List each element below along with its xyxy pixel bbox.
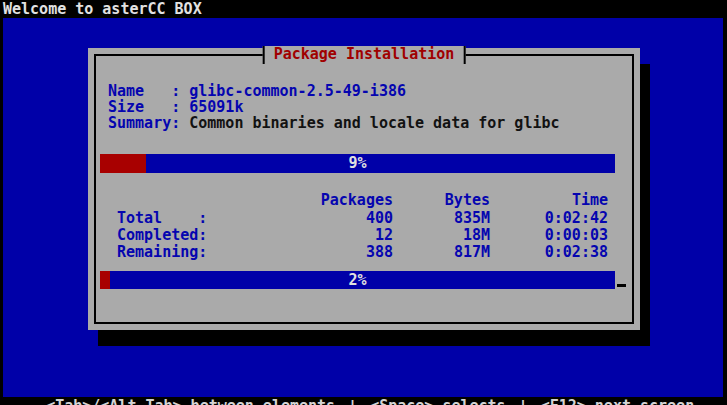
summary-label: Summary: bbox=[108, 115, 180, 131]
stats-total-bytes: 835M bbox=[393, 210, 490, 226]
package-summary-row: Summary: Common binaries and locale data… bbox=[108, 115, 560, 131]
stats-header-time: Time bbox=[490, 192, 608, 208]
package-size-row: Size : 65091k bbox=[108, 99, 243, 115]
stats-table: Packages Bytes Time Total : 400 835M 0:0… bbox=[117, 192, 608, 260]
package-name-row: Name : glibc-common-2.5-49-i386 bbox=[108, 83, 406, 99]
stats-completed-time: 0:00:03 bbox=[490, 227, 608, 243]
name-label: Name : bbox=[108, 83, 180, 99]
console-screen: Welcome to asterCC BOX Package Installat… bbox=[0, 0, 727, 405]
stats-header-packages: Packages bbox=[277, 192, 393, 208]
package-progress-bar: 9% bbox=[100, 154, 615, 173]
overall-progress-bar: 2% bbox=[100, 271, 615, 289]
overall-progress-percent: 2% bbox=[100, 271, 615, 289]
stats-completed-bytes: 18M bbox=[393, 227, 490, 243]
hint-space-selects: <Space> selects bbox=[370, 397, 505, 405]
hint-tab-navigation: <Tab>/<Alt-Tab> between elements bbox=[46, 397, 335, 405]
stats-remaining-packages: 388 bbox=[277, 244, 393, 260]
stats-row-label: Completed: bbox=[117, 227, 277, 243]
stats-header-row: Packages Bytes Time bbox=[117, 192, 608, 208]
footer-separator: ¦ bbox=[348, 397, 357, 405]
stats-total-packages: 400 bbox=[277, 210, 393, 226]
footer-help-bar: <Tab>/<Alt-Tab> between elements¦<Space>… bbox=[10, 382, 694, 405]
name-value: glibc-common-2.5-49-i386 bbox=[189, 83, 406, 99]
dialog-title: Package Installation bbox=[263, 46, 466, 64]
stats-completed-packages: 12 bbox=[277, 227, 393, 243]
size-value: 65091k bbox=[189, 99, 243, 115]
stats-row-completed: Completed: 12 18M 0:00:03 bbox=[117, 227, 608, 243]
stats-row-total: Total : 400 835M 0:02:42 bbox=[117, 210, 608, 226]
stats-remaining-time: 0:02:38 bbox=[490, 244, 608, 260]
size-label: Size : bbox=[108, 99, 180, 115]
stats-header-bytes: Bytes bbox=[393, 192, 490, 208]
stats-header-spacer bbox=[117, 192, 277, 208]
welcome-message: Welcome to asterCC BOX bbox=[3, 1, 202, 17]
package-installation-dialog: Package Installation Name : glibc-common… bbox=[88, 48, 640, 330]
footer-separator: ¦ bbox=[519, 397, 528, 405]
top-status-bar: Welcome to asterCC BOX bbox=[0, 0, 727, 18]
summary-value: Common binaries and locale data for glib… bbox=[189, 115, 559, 131]
stats-total-time: 0:02:42 bbox=[490, 210, 608, 226]
package-progress-percent: 9% bbox=[100, 154, 615, 173]
stats-remaining-bytes: 817M bbox=[393, 244, 490, 260]
stats-row-label: Remaining: bbox=[117, 244, 277, 260]
stats-row-label: Total : bbox=[117, 210, 277, 226]
stats-row-remaining: Remaining: 388 817M 0:02:38 bbox=[117, 244, 608, 260]
text-cursor bbox=[617, 284, 626, 287]
hint-f12-next: <F12> next screen bbox=[541, 397, 695, 405]
